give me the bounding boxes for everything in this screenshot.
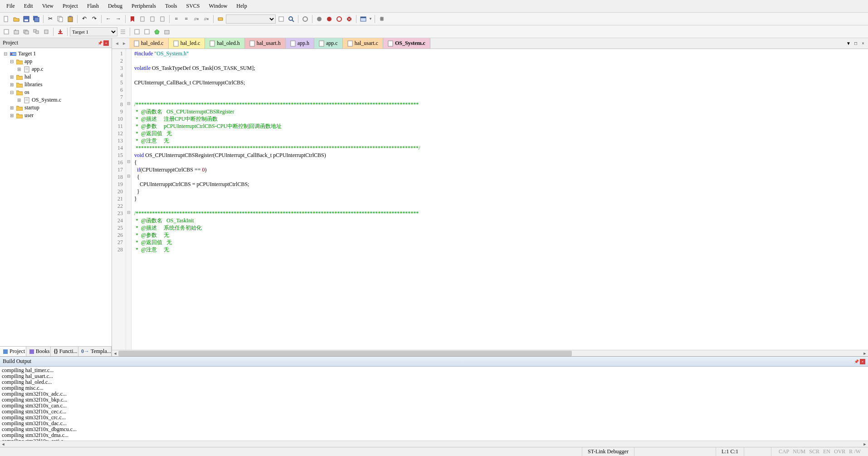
- code-content[interactable]: #include "OS_System.h"volatile OS_TaskTy…: [132, 49, 868, 350]
- code-editor[interactable]: 1234567891011121314151617181920212223242…: [112, 49, 868, 350]
- menu-tools[interactable]: Tools: [161, 1, 182, 11]
- pin-icon[interactable]: 📌: [853, 359, 859, 364]
- scroll-thumb[interactable]: [118, 351, 572, 356]
- save-all-icon[interactable]: [32, 15, 41, 24]
- stop-build-icon[interactable]: [42, 27, 51, 36]
- nav-forward-icon[interactable]: →: [114, 15, 123, 24]
- tab-nav-back-icon[interactable]: ◄: [114, 40, 120, 47]
- comment-icon[interactable]: //≡: [192, 15, 201, 24]
- bookmark-clear-icon[interactable]: [158, 15, 167, 24]
- editor-tab[interactable]: app.h: [286, 38, 314, 49]
- menu-window[interactable]: Window: [204, 1, 232, 11]
- tree-root[interactable]: ⊟ Target 1: [2, 50, 110, 58]
- editor-tab[interactable]: hal_oled.c: [129, 38, 169, 49]
- tree-toggle-icon[interactable]: ⊞: [16, 98, 22, 103]
- indent-icon[interactable]: ≡: [172, 15, 181, 24]
- tree-toggle-icon[interactable]: ⊞: [9, 105, 15, 110]
- editor-tab[interactable]: hal_usart.h: [245, 38, 286, 49]
- tree-folder[interactable]: ⊞user: [2, 112, 110, 119]
- tree-toggle-icon[interactable]: ⊞: [16, 67, 22, 72]
- incremental-find-icon[interactable]: [287, 15, 296, 24]
- build-icon[interactable]: [12, 27, 21, 36]
- tab-maximize-icon[interactable]: □: [853, 40, 859, 47]
- menu-edit[interactable]: Edit: [20, 1, 38, 11]
- panel-tab-project[interactable]: Project: [0, 347, 26, 356]
- editor-tab[interactable]: hal_oled.h: [205, 38, 244, 49]
- build-batch-icon[interactable]: [32, 27, 41, 36]
- open-icon[interactable]: [12, 15, 21, 24]
- menu-peripherals[interactable]: Peripherals: [127, 1, 161, 11]
- panel-tab-functi[interactable]: {}Functi...: [51, 347, 78, 356]
- translate-icon[interactable]: [2, 27, 11, 36]
- breakpoint-kill-icon[interactable]: [345, 15, 354, 24]
- tree-file[interactable]: ⊞app.c: [2, 65, 110, 73]
- tree-toggle-icon[interactable]: ⊟: [9, 90, 15, 95]
- undo-icon[interactable]: ↶: [80, 15, 89, 24]
- editor-hscrollbar[interactable]: ◄ ►: [112, 350, 868, 356]
- menu-view[interactable]: View: [38, 1, 58, 11]
- configure-icon[interactable]: [377, 15, 386, 24]
- find-icon[interactable]: [216, 15, 225, 24]
- cut-icon[interactable]: ✂: [46, 15, 55, 24]
- options-icon[interactable]: [132, 27, 141, 36]
- tree-toggle-icon[interactable]: ⊞: [9, 74, 15, 79]
- tab-dropdown-icon[interactable]: ▼: [845, 40, 852, 47]
- menu-svcs[interactable]: SVCS: [181, 1, 204, 11]
- file-ext-icon[interactable]: [142, 27, 151, 36]
- find-combo[interactable]: [226, 15, 276, 24]
- tree-toggle-icon[interactable]: ⊞: [9, 82, 15, 87]
- menu-project[interactable]: Project: [58, 1, 83, 11]
- tree-folder[interactable]: ⊞libraries: [2, 81, 110, 88]
- menu-debug[interactable]: Debug: [103, 1, 127, 11]
- scroll-right-icon[interactable]: ►: [862, 350, 868, 356]
- download-icon[interactable]: [56, 27, 65, 36]
- tree-file[interactable]: ⊞OS_System.c: [2, 96, 110, 104]
- build-hscrollbar[interactable]: ◄ ►: [0, 441, 868, 447]
- pack-icon[interactable]: [162, 27, 171, 36]
- close-icon[interactable]: ×: [860, 359, 865, 364]
- breakpoint-toggle-icon[interactable]: [325, 15, 334, 24]
- breakpoint-icon[interactable]: [315, 15, 324, 24]
- new-file-icon[interactable]: [2, 15, 11, 24]
- rebuild-icon[interactable]: [22, 27, 31, 36]
- bookmark-prev-icon[interactable]: [138, 15, 147, 24]
- editor-tab[interactable]: app.c: [314, 38, 343, 49]
- uncomment-icon[interactable]: //≡: [202, 15, 211, 24]
- build-output-text[interactable]: compiling hal_timer.c...compiling hal_us…: [0, 367, 868, 441]
- find-in-files-icon[interactable]: [277, 15, 286, 24]
- manage-icon[interactable]: [152, 27, 161, 36]
- tree-folder[interactable]: ⊞hal: [2, 73, 110, 81]
- panel-tab-templa[interactable]: 0→Templa...: [78, 347, 112, 356]
- editor-tab[interactable]: OS_System.c: [383, 38, 430, 49]
- target-options-icon[interactable]: [118, 27, 127, 36]
- paste-icon[interactable]: [66, 15, 75, 24]
- panel-tab-books[interactable]: Books: [26, 347, 51, 356]
- scroll-right-icon[interactable]: ►: [862, 441, 868, 447]
- project-tree[interactable]: ⊟ Target 1 ⊟app⊞app.c⊞hal⊞libraries⊟os⊞O…: [0, 48, 112, 346]
- redo-icon[interactable]: ↷: [90, 15, 99, 24]
- scroll-left-icon[interactable]: ◄: [112, 350, 118, 356]
- tab-close-icon[interactable]: ×: [860, 40, 866, 47]
- fold-gutter[interactable]: ⊟⊟⊟⊟: [126, 49, 132, 350]
- bookmark-next-icon[interactable]: [148, 15, 157, 24]
- close-icon[interactable]: ×: [103, 40, 109, 46]
- debug-start-icon[interactable]: [301, 15, 310, 24]
- save-icon[interactable]: [22, 15, 31, 24]
- target-select[interactable]: Target 1: [70, 27, 117, 36]
- menu-file[interactable]: File: [2, 1, 20, 11]
- tree-toggle-icon[interactable]: ⊟: [9, 59, 15, 64]
- tab-nav-fwd-icon[interactable]: ►: [121, 40, 127, 47]
- tree-folder[interactable]: ⊟app: [2, 58, 110, 65]
- pin-icon[interactable]: 📌: [97, 40, 102, 46]
- copy-icon[interactable]: [56, 15, 65, 24]
- tree-toggle-icon[interactable]: ⊞: [9, 113, 15, 118]
- bookmark-icon[interactable]: [128, 15, 137, 24]
- window-icon[interactable]: [359, 15, 368, 24]
- editor-tab[interactable]: hal_led.c: [169, 38, 205, 49]
- menu-help[interactable]: Help: [232, 1, 251, 11]
- menu-flash[interactable]: Flash: [83, 1, 103, 11]
- breakpoint-disable-icon[interactable]: [335, 15, 344, 24]
- tree-toggle-icon[interactable]: ⊟: [3, 51, 8, 56]
- outdent-icon[interactable]: ≡: [182, 15, 191, 24]
- tree-folder[interactable]: ⊞startup: [2, 104, 110, 112]
